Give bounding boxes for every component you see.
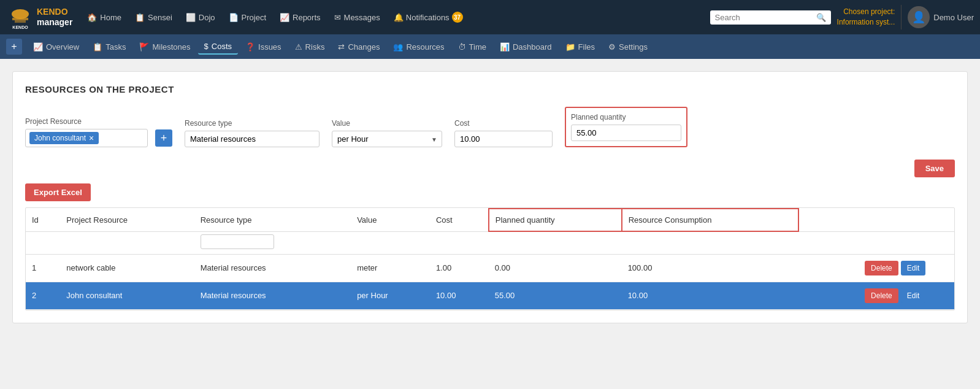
nav-reports[interactable]: 📈 Reports [274, 9, 327, 26]
costs-icon: $ [204, 42, 209, 51]
cell-consumption: 10.00 [622, 282, 798, 309]
subnav-risks-label: Risks [305, 42, 325, 52]
search-box[interactable]: 🔍 [710, 10, 831, 25]
milestones-icon: 🚩 [139, 42, 149, 52]
section-title: RESOURCES ON THE PROJECT [25, 84, 955, 94]
edit-button[interactable]: Edit [901, 261, 926, 275]
project-resource-label: Project Resource [25, 117, 172, 126]
nav-dojo[interactable]: ⬜ Dojo [180, 9, 221, 26]
top-nav: KENDO KENDOmanager 🏠 Home 📋 Sensei ⬜ Doj… [0, 0, 980, 34]
delete-button[interactable]: Delete [865, 261, 898, 275]
logo[interactable]: KENDO KENDOmanager [6, 3, 72, 31]
value-select[interactable]: per Hour meter lump sum [332, 131, 442, 147]
add-button[interactable]: + [6, 39, 22, 55]
cost-input[interactable] [454, 131, 553, 147]
export-excel-button[interactable]: Export Excel [25, 183, 91, 201]
col-actions-2 [932, 209, 954, 231]
table-header-row: Id Project Resource Resource type Value … [26, 209, 954, 231]
filter-id [26, 231, 60, 254]
subnav-changes[interactable]: ⇄ Changes [332, 40, 386, 54]
nav-sensei-label: Sensei [148, 13, 172, 22]
resource-type-input[interactable] [185, 131, 320, 147]
nav-dojo-label: Dojo [199, 13, 215, 22]
planned-qty-label: Planned quantity [571, 113, 681, 121]
svg-point-1 [12, 9, 29, 19]
notifications-badge: 37 [452, 12, 463, 23]
subnav-settings[interactable]: ⚙ Settings [602, 40, 654, 54]
cell-project-resource: network cable [60, 254, 194, 282]
col-resource-type: Resource type [194, 209, 351, 231]
subnav-risks[interactable]: ⚠ Risks [289, 40, 331, 54]
table-row: 2 John consultant Material resources per… [26, 282, 954, 309]
subnav-resources[interactable]: 👥 Resources [387, 40, 450, 54]
add-resource-button[interactable]: + [155, 129, 172, 147]
cell-resource-type: Material resources [194, 282, 351, 309]
subnav-files[interactable]: 📁 Files [559, 40, 601, 54]
filter-resource-type[interactable] [194, 231, 351, 254]
nav-project-label: Project [242, 13, 266, 22]
changes-icon: ⇄ [338, 42, 345, 52]
col-cost: Cost [430, 209, 489, 231]
svg-rect-2 [12, 18, 28, 20]
subnav-issues[interactable]: ❓ Issues [239, 40, 288, 54]
subnav-milestones[interactable]: 🚩 Milestones [133, 40, 196, 54]
subnav-milestones-label: Milestones [152, 42, 190, 52]
col-project-resource: Project Resource [60, 209, 194, 231]
tag-remove-icon[interactable]: × [89, 133, 94, 143]
resource-type-filter[interactable] [201, 234, 274, 249]
nav-sensei[interactable]: 📋 Sensei [129, 9, 178, 26]
resource-type-label: Resource type [185, 119, 320, 128]
avatar: 👤 [908, 6, 930, 28]
nav-notifications[interactable]: 🔔 Notifications 37 [388, 8, 469, 26]
reports-icon: 📈 [280, 13, 289, 22]
bell-icon: 🔔 [394, 13, 404, 22]
dashboard-icon: 📊 [500, 42, 510, 52]
subnav-issues-label: Issues [258, 42, 281, 52]
tag-label: John consultant [34, 134, 86, 142]
filter-consumption [622, 231, 798, 254]
table-row: 1 network cable Material resources meter… [26, 254, 954, 282]
project-resource-group: Project Resource John consultant × + [25, 117, 172, 147]
cell-id: 2 [26, 282, 60, 309]
nav-messages[interactable]: ✉ Messages [328, 9, 386, 26]
tasks-icon: 📋 [93, 42, 102, 52]
cost-label: Cost [454, 119, 553, 128]
nav-home-label: Home [100, 13, 121, 22]
user-area[interactable]: 👤 Demo User [908, 6, 974, 28]
col-planned-qty: Planned quantity [489, 209, 622, 231]
col-value: Value [351, 209, 430, 231]
value-select-wrapper: per Hour meter lump sum [332, 131, 442, 147]
cost-group: Cost [454, 119, 553, 147]
main-content: RESOURCES ON THE PROJECT Project Resourc… [0, 59, 980, 345]
resources-card: RESOURCES ON THE PROJECT Project Resourc… [12, 71, 968, 323]
filter-actions-1 [798, 231, 932, 254]
filter-cost [430, 231, 489, 254]
action-cell: Delete Edit [805, 288, 926, 303]
planned-qty-input[interactable] [571, 125, 681, 141]
edit-button[interactable]: Edit [901, 288, 926, 303]
project-resource-input[interactable]: John consultant × [25, 129, 148, 147]
nav-home[interactable]: 🏠 Home [81, 9, 128, 26]
cell-actions: Delete Edit [798, 254, 932, 282]
filter-project-resource [60, 231, 194, 254]
resources-icon: 👥 [393, 42, 403, 52]
search-input[interactable] [715, 13, 813, 22]
delete-button[interactable]: Delete [865, 288, 898, 303]
sub-nav: + 📈 Overview 📋 Tasks 🚩 Milestones $ Cost… [0, 34, 980, 59]
subnav-dashboard[interactable]: 📊 Dashboard [494, 40, 558, 54]
cell-planned-qty: 55.00 [489, 282, 622, 309]
subnav-tasks-label: Tasks [105, 42, 126, 52]
save-button[interactable]: Save [914, 160, 955, 177]
nav-right: 🔍 Chosen project: Information syst... 👤 … [710, 5, 974, 29]
nav-project[interactable]: 📄 Project [223, 9, 272, 26]
form-save-row: Save [25, 160, 955, 177]
subnav-time[interactable]: ⏱ Time [452, 40, 492, 54]
subnav-tasks[interactable]: 📋 Tasks [86, 40, 132, 54]
home-icon: 🏠 [87, 13, 97, 22]
subnav-costs[interactable]: $ Costs [198, 39, 238, 55]
settings-icon: ⚙ [608, 42, 616, 52]
col-actions-1 [798, 209, 932, 231]
overview-icon: 📈 [33, 42, 43, 52]
subnav-overview[interactable]: 📈 Overview [27, 40, 85, 54]
nav-divider [901, 5, 902, 29]
